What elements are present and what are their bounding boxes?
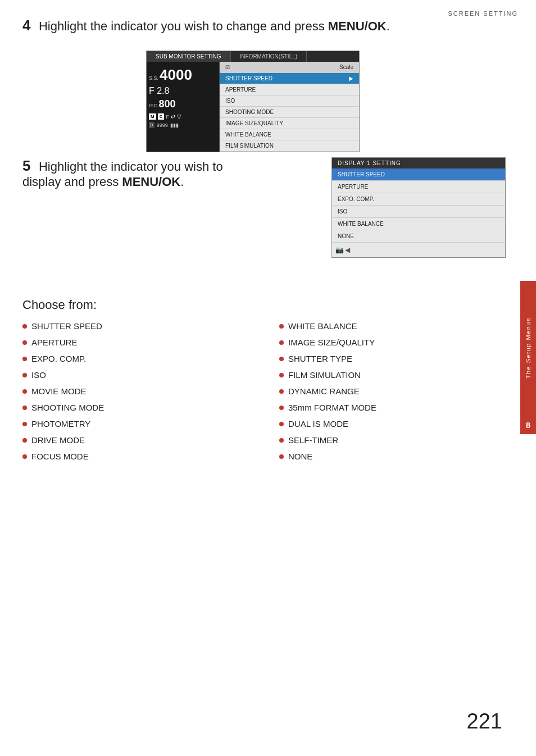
- monitor-iso-label: ISO: [149, 103, 158, 108]
- monitor-frame-count: 9999: [157, 122, 168, 128]
- display1-item-aperture: APERTURE: [332, 181, 505, 193]
- display1-item-iso: ISO: [332, 206, 505, 218]
- monitor-menu-white-balance: WHITE BALANCE: [220, 129, 359, 140]
- list-item: DUAL IS MODE: [279, 419, 502, 429]
- monitor-tab-sub: SUB MONITOR SETTING: [147, 51, 231, 62]
- monitor-tab-info: INFORMATION(STILL): [231, 51, 307, 62]
- list-item: SHUTTER TYPE: [279, 354, 502, 363]
- list-item: MOVIE MODE: [22, 386, 246, 396]
- choose-item-label: SELF-TIMER: [288, 435, 338, 445]
- monitor-menu-scale-label: Scale: [339, 64, 353, 70]
- monitor-iso-value: 800: [159, 98, 176, 110]
- step4-number: 4: [22, 17, 30, 34]
- monitor-battery-icon: ▮▮▮: [170, 122, 179, 128]
- step5-bold: MENU/OK: [122, 175, 180, 189]
- step4-text: Highlight the indicator you wish to chan…: [39, 19, 390, 33]
- monitor-menu-shutter-speed: SHUTTER SPEED ▶: [220, 73, 359, 84]
- list-item: DYNAMIC RANGE: [279, 386, 502, 396]
- bullet-icon: [279, 357, 284, 361]
- sidebar-vertical-text: The Setup Menus: [525, 317, 532, 379]
- monitor-d-icon: D: [149, 122, 155, 128]
- choose-item-label: WHITE BALANCE: [288, 321, 357, 331]
- bullet-icon: [279, 454, 284, 459]
- step5-text-area: 5 Highlight the indicator you wish to di…: [22, 157, 225, 189]
- monitor-menu-shutter-speed-arrow: ▶: [349, 75, 353, 81]
- choose-left-column: SHUTTER SPEED APERTURE EXPO. COMP. ISO M…: [22, 321, 246, 468]
- monitor-menu-white-balance-label: WHITE BALANCE: [225, 131, 271, 138]
- list-item: 35mm FORMAT MODE: [279, 403, 502, 412]
- bullet-icon: [22, 406, 27, 410]
- bullet-icon: [22, 454, 27, 459]
- choose-from-section: Choose from: SHUTTER SPEED APERTURE EXPO…: [22, 298, 502, 468]
- monitor-menu-image-size-label: IMAGE SIZE/QUALITY: [225, 120, 283, 126]
- list-item: NONE: [279, 452, 502, 461]
- monitor-menu-iso: ISO: [220, 95, 359, 107]
- list-item: EXPO. COMP.: [22, 354, 246, 363]
- bullet-icon: [22, 340, 27, 345]
- monitor-tabs: SUB MONITOR SETTING INFORMATION(STILL): [147, 51, 359, 62]
- bullet-icon: [22, 389, 27, 394]
- bullet-icon: [22, 324, 27, 329]
- step4-punctuation: .: [387, 19, 390, 33]
- monitor-left-panel: S.S. 4000 F 2.8 ISO 800 M C F ⇄ ▽ D 9999: [147, 62, 220, 152]
- bullet-icon: [279, 373, 284, 377]
- monitor-menu-scale-icon: ☑: [225, 65, 230, 70]
- list-item: WHITE BALANCE: [279, 321, 502, 331]
- bullet-icon: [279, 340, 284, 345]
- list-item: PHOTOMETRY: [22, 419, 246, 429]
- choose-item-label: FOCUS MODE: [31, 452, 89, 461]
- bullet-icon: [279, 389, 284, 394]
- display1-item-none: NONE: [332, 230, 505, 243]
- bullet-icon: [279, 438, 284, 443]
- monitor-menu-film-simulation: FILM SIMULATION: [220, 140, 359, 152]
- choose-item-label: 35mm FORMAT MODE: [288, 403, 376, 412]
- monitor-content: S.S. 4000 F 2.8 ISO 800 M C F ⇄ ▽ D 9999: [147, 62, 359, 152]
- choose-right-column: WHITE BALANCE IMAGE SIZE/QUALITY SHUTTER…: [279, 321, 502, 468]
- monitor-screenshot-area: SUB MONITOR SETTING INFORMATION(STILL) S…: [146, 51, 360, 152]
- bullet-icon: [279, 324, 284, 329]
- choose-item-label: SHOOTING MODE: [31, 403, 104, 412]
- step4-section: 4 Highlight the indicator you wish to ch…: [22, 17, 502, 34]
- monitor-f-value: F 2.8: [149, 86, 217, 96]
- choose-item-label: NONE: [288, 452, 312, 461]
- monitor-ss-label: S.S.: [149, 75, 158, 81]
- choose-item-label: DRIVE MODE: [31, 435, 85, 445]
- step5-number: 5: [22, 157, 30, 174]
- bullet-icon: [22, 438, 27, 443]
- choose-item-label: SHUTTER TYPE: [288, 354, 352, 363]
- monitor-m-icon: M: [149, 113, 156, 120]
- display1-item-shutter-speed: SHUTTER SPEED: [332, 168, 505, 181]
- step5-punctuation: .: [180, 175, 184, 189]
- list-item: SELF-TIMER: [279, 435, 502, 445]
- monitor-extra-icons: ⇄ ▽: [171, 113, 181, 120]
- sidebar-vertical-tab: The Setup Menus: [520, 281, 536, 416]
- monitor-menu-aperture: APERTURE: [220, 84, 359, 95]
- display1-item-white-balance: WHITE BALANCE: [332, 218, 505, 230]
- monitor-menu-shooting-mode-label: SHOOTING MODE: [225, 109, 274, 115]
- step4-text-content: Highlight the indicator you wish to chan…: [39, 19, 328, 33]
- monitor-menu-aperture-label: APERTURE: [225, 86, 256, 93]
- step4-bold: MENU/OK: [328, 19, 387, 33]
- list-item: IMAGE SIZE/QUALITY: [279, 338, 502, 347]
- bullet-icon: [22, 422, 27, 426]
- choose-columns: SHUTTER SPEED APERTURE EXPO. COMP. ISO M…: [22, 321, 502, 468]
- choose-from-title: Choose from:: [22, 298, 502, 312]
- monitor-c-icon: C: [158, 113, 165, 120]
- list-item: FOCUS MODE: [22, 452, 246, 461]
- display1-camera-icon: 📷: [335, 246, 344, 254]
- choose-item-label: DUAL IS MODE: [288, 419, 348, 429]
- list-item: DRIVE MODE: [22, 435, 246, 445]
- choose-item-label: MOVIE MODE: [31, 386, 87, 396]
- monitor-ss-value: 4000: [160, 66, 192, 84]
- step5-text: Highlight the indicator you wish to disp…: [22, 160, 223, 189]
- monitor-menu-shutter-speed-label: SHUTTER SPEED: [225, 75, 272, 81]
- monitor-screenshot: SUB MONITOR SETTING INFORMATION(STILL) S…: [146, 51, 360, 152]
- choose-item-label: PHOTOMETRY: [31, 419, 90, 429]
- choose-item-label: SHUTTER SPEED: [31, 321, 102, 331]
- page-number: 221: [467, 709, 502, 734]
- bullet-icon: [279, 422, 284, 426]
- monitor-menu-shooting-mode: SHOOTING MODE: [220, 107, 359, 118]
- bullet-icon: [22, 373, 27, 377]
- choose-item-label: APERTURE: [31, 338, 77, 347]
- display1-screenshot: DISPLAY 1 SETTING SHUTTER SPEED APERTURE…: [331, 157, 506, 258]
